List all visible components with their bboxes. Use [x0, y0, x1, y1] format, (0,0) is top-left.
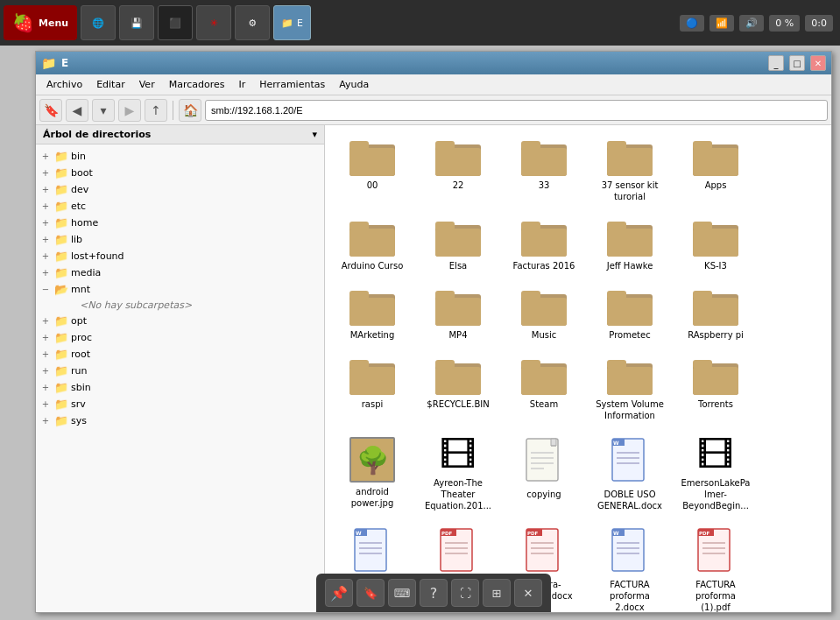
grid-button[interactable]: ⊞	[483, 579, 511, 607]
sidebar-item-run[interactable]: + 📁 run	[36, 363, 324, 379]
sidebar-item-dev[interactable]: + 📁 dev	[36, 181, 324, 198]
toggle-icon[interactable]: +	[39, 168, 52, 178]
folder-torrents[interactable]: Torrents	[677, 353, 754, 425]
folder-37sensor[interactable]: 37 sensor kit turorial	[591, 134, 668, 206]
volume-icon[interactable]: 🔊	[739, 15, 764, 32]
terminal-button[interactable]: ⬛	[158, 5, 193, 40]
sidebar-item-lib[interactable]: + 📁 lib	[36, 231, 324, 248]
wifi-icon[interactable]: 📶	[709, 15, 734, 32]
svg-rect-25	[607, 229, 653, 257]
folder-arduino[interactable]: Arduino Curso	[334, 215, 411, 275]
files-button[interactable]: 💾	[119, 5, 154, 40]
folder-apps[interactable]: Apps	[677, 134, 754, 206]
toggle-icon[interactable]: +	[39, 151, 52, 161]
file-label: Elsa	[449, 260, 467, 271]
sidebar-item-sbin[interactable]: + 📁 sbin	[36, 379, 324, 396]
maximize-button[interactable]: □	[789, 55, 805, 71]
sidebar-item-media[interactable]: + 📁 media	[36, 264, 324, 281]
sidebar-collapse-icon[interactable]: ▾	[312, 129, 317, 140]
menu-marcadores[interactable]: Marcadores	[162, 77, 232, 92]
toggle-icon[interactable]: +	[39, 235, 52, 244]
folder-prometec[interactable]: Prometec	[591, 284, 668, 344]
keyboard-button[interactable]: ⌨	[388, 579, 416, 607]
toggle-icon[interactable]: +	[39, 316, 52, 326]
toggle-icon[interactable]: +	[39, 251, 52, 261]
sidebar-item-bin[interactable]: + 📁 bin	[36, 148, 324, 165]
toggle-icon[interactable]: +	[39, 268, 52, 278]
expand-button[interactable]: ⛶	[451, 579, 479, 607]
config-button[interactable]: ⚙	[235, 5, 270, 40]
toggle-icon[interactable]: +	[39, 349, 52, 359]
bookmark2-button[interactable]: 🔖	[356, 579, 385, 607]
file-copying[interactable]: copying	[505, 433, 582, 515]
menu-archivo[interactable]: Archivo	[39, 77, 89, 92]
forward-button[interactable]: ▶	[118, 99, 141, 122]
sidebar-item-home[interactable]: + 📁 home	[36, 215, 324, 231]
toggle-icon[interactable]: +	[39, 399, 52, 409]
toggle-icon[interactable]: +	[39, 333, 52, 342]
up-button[interactable]: ↑	[145, 99, 167, 122]
folder-ksi3[interactable]: KS-I3	[677, 215, 754, 275]
file-ayreon[interactable]: 🎞 Ayreon-The Theater Equation.201...	[420, 433, 497, 515]
folder-raspberry[interactable]: RAspberry pi	[677, 284, 754, 344]
sidebar-item-etc[interactable]: + 📁 etc	[36, 198, 324, 215]
minimize-button[interactable]: _	[768, 55, 784, 71]
toggle-icon[interactable]: +	[39, 218, 52, 228]
file-emerson[interactable]: 🎞 EmersonLakePalmer-BeyondBegin...	[677, 433, 754, 515]
back-dropdown[interactable]: ▾	[92, 99, 115, 122]
menu-editar[interactable]: Editar	[89, 77, 132, 92]
active-window-button[interactable]: 📁 E	[273, 5, 311, 40]
svg-rect-59	[693, 360, 712, 369]
folder-jeffhawke[interactable]: Jeff Hawke	[591, 215, 668, 275]
sidebar-item-lostfound[interactable]: + 📁 lost+found	[36, 248, 324, 264]
bookmark-button[interactable]: 🔖	[39, 99, 62, 122]
sidebar-item-boot[interactable]: + 📁 boot	[36, 165, 324, 181]
folder-mp4[interactable]: MP4	[420, 284, 497, 344]
toggle-icon[interactable]: +	[39, 185, 52, 194]
toggle-icon[interactable]: −	[39, 285, 52, 294]
pin-button[interactable]: 📌	[325, 579, 353, 607]
menu-ver[interactable]: Ver	[132, 77, 162, 92]
toggle-icon[interactable]: +	[39, 416, 52, 426]
close-button[interactable]: ✕	[810, 55, 826, 71]
folder-steam[interactable]: Steam	[505, 353, 582, 425]
folder-systemvolume[interactable]: System Volume Information	[591, 353, 668, 425]
menu-herramientas[interactable]: Herramientas	[252, 77, 332, 92]
address-input[interactable]	[211, 105, 822, 116]
folder-marketing[interactable]: MArketing	[334, 284, 411, 344]
sidebar-item-proc[interactable]: + 📁 proc	[36, 329, 324, 346]
sidebar-item-srv[interactable]: + 📁 srv	[36, 396, 324, 412]
toggle-icon[interactable]: +	[39, 366, 52, 376]
menu-ayuda[interactable]: Ayuda	[332, 77, 376, 92]
file-factura-proforma2[interactable]: PDF FACTURA proforma (1).pdf	[677, 524, 754, 612]
bluetooth-icon[interactable]: 🔵	[680, 15, 704, 32]
folder-facturas[interactable]: Facturas 2016	[505, 215, 582, 275]
browser-button[interactable]: 🌐	[81, 5, 116, 40]
close-toolbar-button[interactable]: ✕	[514, 579, 542, 607]
sidebar-item-sys[interactable]: + 📁 sys	[36, 412, 324, 429]
toggle-icon[interactable]: +	[39, 201, 52, 211]
folder-recycle[interactable]: $RECYCLE.BIN	[420, 353, 497, 425]
svg-rect-52	[521, 367, 567, 395]
file-android-power[interactable]: 🌳 android power.jpg	[334, 433, 411, 515]
folder-33[interactable]: 33	[505, 134, 582, 206]
file-factura-proforma1[interactable]: W FACTURA proforma 2.docx	[591, 524, 668, 612]
sidebar-item-opt[interactable]: + 📁 opt	[36, 313, 324, 329]
sidebar-tree[interactable]: + 📁 bin + 📁 boot + 📁 dev + 📁 etc	[36, 144, 324, 612]
toggle-icon[interactable]: +	[39, 383, 52, 392]
folder-00[interactable]: 00	[334, 134, 411, 206]
folder-elsa[interactable]: Elsa	[420, 215, 497, 275]
burst-button[interactable]: ✳	[196, 5, 231, 40]
svg-rect-19	[435, 229, 481, 257]
folder-music[interactable]: Music	[505, 284, 582, 344]
help-button[interactable]: ?	[420, 579, 448, 607]
file-doble-uso[interactable]: W DOBLE USO GENERAL.docx	[591, 433, 668, 515]
menu-ir[interactable]: Ir	[231, 77, 252, 92]
folder-22[interactable]: 22	[420, 134, 497, 206]
back-button[interactable]: ◀	[66, 99, 88, 122]
sidebar-item-mnt[interactable]: − 📂 mnt	[36, 281, 324, 298]
folder-raspi[interactable]: raspi	[334, 353, 411, 425]
sidebar-item-root[interactable]: + 📁 root	[36, 346, 324, 363]
address-bar[interactable]	[205, 100, 828, 121]
start-menu-button[interactable]: 🍓 Menu	[4, 5, 77, 40]
